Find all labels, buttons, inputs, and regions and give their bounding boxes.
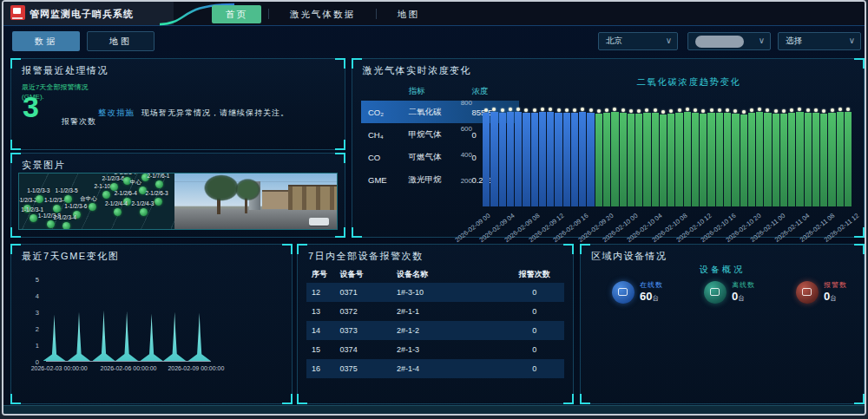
map-marker-dot (47, 220, 55, 228)
alarm-count-label: 报警次数 (62, 116, 96, 128)
map-marker-dot (102, 191, 110, 199)
gme-spike (163, 312, 186, 361)
alarm-table-row[interactable]: 1203711#-3-100 (306, 283, 564, 302)
chevron-down-icon: ∨ (666, 36, 672, 45)
co2-bar (828, 113, 835, 206)
co2-bar (490, 112, 497, 206)
map-marker-label: 2-1/2/4-3 (131, 200, 154, 206)
data-button[interactable]: 数据 (12, 31, 80, 51)
device-group-select[interactable]: ∨ (687, 32, 771, 50)
panel-title: 最近7天GME变化图 (22, 250, 119, 263)
stat-offline: 离线数 0台 (704, 281, 755, 304)
panel-title: 实景图片 (22, 159, 65, 172)
stat-unit: 台 (738, 294, 745, 302)
alarm-cell: 0372 (340, 307, 397, 316)
tab-home[interactable]: 首页 (212, 5, 261, 23)
map-marker[interactable]: 2-1/2/4-3 (143, 212, 144, 213)
alarm-cell: 2#-1-1 (397, 307, 505, 316)
map-marker[interactable]: 1-1/2/3-6 (76, 214, 77, 215)
co2-bar (692, 113, 699, 206)
gas-header-concentration: 浓度 (471, 86, 519, 97)
alarm-table-row[interactable]: 1603752#-1-40 (306, 359, 564, 378)
chevron-down-icon: ∨ (849, 36, 855, 45)
map-button[interactable]: 地图 (87, 31, 155, 51)
map-marker-dot (140, 208, 148, 216)
y-axis-tick: 4 (36, 292, 39, 300)
gas-cell: GME (361, 175, 409, 185)
map-marker-label: 2-1/7/6-1 (147, 173, 169, 179)
picture-strip: 1-1/2/3-21-1/2/3-31-1/2/3-41-1/2/3-51-1/… (18, 173, 338, 230)
tab-map[interactable]: 地图 (384, 5, 433, 23)
filter-select[interactable]: 选择 ∨ (778, 32, 861, 50)
alarm-table-row[interactable]: 1403732#-1-20 (306, 321, 564, 340)
street-photo[interactable] (174, 173, 337, 229)
map-marker[interactable]: 2-1/2/6-3 (158, 201, 159, 202)
map-marker-label: 1-1/2/3-2 (19, 197, 37, 203)
gme-spike (68, 312, 90, 361)
co2-bar (563, 113, 570, 206)
alarm-cell: 1#-3-10 (397, 288, 505, 297)
co2-bar (483, 113, 490, 206)
co2-bar (531, 113, 538, 206)
stat-text: 报警数 0台 (824, 281, 847, 303)
map-marker[interactable]: 2-1/7/6-1 (159, 184, 160, 185)
map-marker[interactable]: 1-1/2/3-5 (68, 199, 69, 200)
co2-bar (773, 114, 779, 206)
alarm-table-body: 1203711#-3-1001303722#-1-101403732#-1-20… (306, 283, 564, 378)
co2-bar (539, 112, 546, 206)
stat-label: 离线数 (732, 281, 755, 290)
y-axis-tick: 200 (461, 177, 472, 185)
map-marker-dot (155, 180, 163, 188)
tab-laser-gas-data[interactable]: 激光气体数据 (276, 5, 369, 23)
map-marker[interactable]: 1-1/2/3-3 (39, 199, 40, 200)
alarm-table: 序号设备号设备名称报警次数 1203711#-3-1001303722#-1-1… (306, 265, 564, 378)
co2-bar (603, 113, 610, 206)
co2-bar (837, 112, 844, 206)
gme-chart-panel: 最近7天GME变化图 543210 2026-02-03 00:00:00202… (10, 244, 293, 404)
gas-table-header: 指标 浓度 (361, 82, 519, 101)
alarm-cell: 0373 (340, 326, 397, 335)
co2-bar (635, 114, 642, 206)
alarm-cell: 0371 (340, 288, 397, 297)
alarm-header-cell: 设备号 (340, 269, 397, 280)
co2-bar (667, 114, 674, 206)
device-glyph (802, 288, 812, 296)
selected-tag (695, 36, 744, 48)
gas-cell: CO (361, 153, 409, 162)
site-map-image[interactable]: 1-1/2/3-21-1/2/3-31-1/2/3-41-1/2/3-51-1/… (19, 173, 174, 229)
stat-unit: 台 (652, 294, 659, 302)
co2-bar (805, 113, 812, 206)
map-marker[interactable]: 中心 (142, 190, 143, 191)
map-marker[interactable]: 1-1/2/3-4 (56, 208, 57, 209)
co2-bar (796, 112, 803, 206)
map-marker-label: 2-1/2/3-4 (54, 214, 76, 220)
map-marker[interactable]: 2-1/2/4-4 (117, 212, 118, 213)
map-marker[interactable]: 合中心 (92, 206, 93, 207)
gme-spike-chart (46, 279, 211, 362)
alarm-table-row[interactable]: 1303722#-1-10 (306, 302, 564, 321)
panel-title: 7日内全部设备报警次数 (308, 250, 424, 263)
map-marker[interactable]: 2-1/2/3-6 (114, 187, 115, 187)
map-marker[interactable]: 2-1/2/3-7 (127, 180, 128, 181)
co2-bar (571, 113, 578, 206)
co2-bar (675, 113, 682, 206)
main-nav: 首页 激光气体数据 地图 (212, 4, 433, 23)
device-overview-subtitle: 设备概况 (581, 264, 864, 276)
map-marker[interactable]: 1-1/2/3-1 (33, 218, 34, 219)
co2-bar (845, 112, 852, 206)
alarm-header-cell: 设备名称 (397, 269, 505, 280)
region-select[interactable]: 北京 ∨ (598, 32, 678, 50)
co2-bar (611, 112, 618, 206)
panel-title: 区域内设备情况 (591, 250, 667, 263)
stat-label: 在线数 (640, 281, 663, 290)
co2-bar (499, 113, 506, 206)
map-marker[interactable]: 2-1/2/3-4 (66, 226, 67, 226)
y-axis-tick: 2 (36, 325, 39, 333)
map-marker[interactable]: 2-1-10 (106, 194, 107, 195)
map-marker[interactable]: 1-1/2/3-8 (50, 224, 51, 225)
alarm-cell: 14 (306, 326, 340, 335)
photo-van (309, 218, 328, 225)
co2-bar (595, 114, 602, 206)
alarm-table-row[interactable]: 1503742#-1-30 (306, 340, 564, 359)
y-axis-tick: 600 (461, 125, 472, 133)
